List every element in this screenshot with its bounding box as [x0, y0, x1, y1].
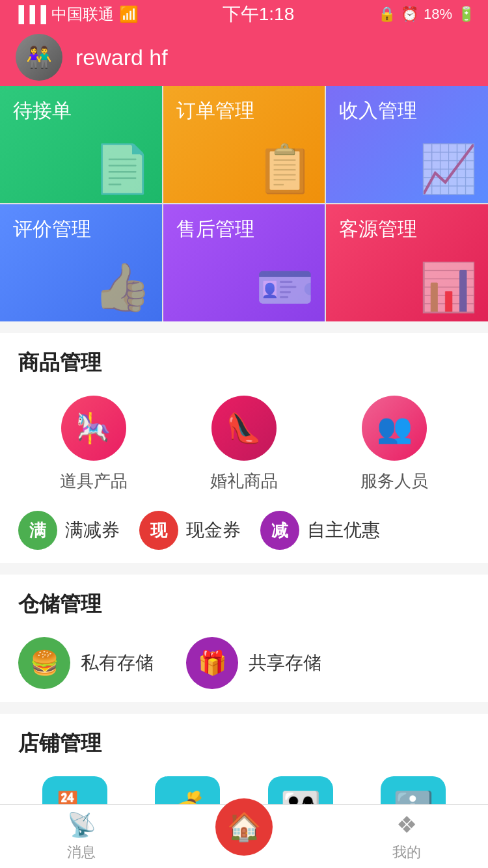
- tile-orders-icon: 📋: [256, 141, 314, 197]
- coupon-discount[interactable]: 满 满减券: [18, 511, 120, 550]
- cash-badge: 现: [139, 511, 178, 550]
- product-item-wedding[interactable]: 👠 婚礼商品: [210, 396, 278, 493]
- message-label: 消息: [67, 843, 96, 862]
- shared-storage[interactable]: 🎁 共享存储: [186, 637, 321, 689]
- status-time: 下午1:18: [223, 2, 295, 27]
- battery-icon: 🔋: [457, 6, 475, 23]
- product-section-title: 商品管理: [18, 349, 470, 377]
- tab-bar: 📡 消息 🏠 ❖ 我的: [0, 804, 488, 868]
- tile-pending[interactable]: 待接单 📄: [0, 86, 162, 203]
- tile-aftersale-icon: 🪪: [256, 260, 314, 315]
- status-carrier: ▐▐▐ 中国联通 📶: [13, 4, 139, 25]
- wedding-icon: 👠: [211, 396, 277, 461]
- message-icon: 📡: [67, 811, 96, 839]
- tile-reviews[interactable]: 评价管理 👍: [0, 204, 162, 321]
- battery-percent: 18%: [424, 6, 452, 23]
- private-storage[interactable]: 🍔 私有存储: [18, 637, 154, 689]
- tile-aftersale[interactable]: 售后管理 🪪: [163, 204, 325, 321]
- avatar-image: 👫: [16, 34, 62, 81]
- coupon-self[interactable]: 减 自主优惠: [260, 511, 380, 550]
- product-items-row: 🎠 道具产品 👠 婚礼商品 👥 服务人员: [18, 396, 470, 493]
- wedding-label: 婚礼商品: [210, 470, 278, 493]
- tile-pending-label: 待接单: [13, 98, 149, 124]
- mine-label: 我的: [392, 843, 421, 862]
- mine-icon: ❖: [396, 811, 417, 839]
- discount-badge: 满: [18, 511, 57, 550]
- tab-message[interactable]: 📡 消息: [0, 811, 163, 862]
- tile-customers-icon: 📊: [419, 260, 478, 315]
- staff-label: 服务人员: [360, 470, 428, 493]
- header: 👫 reward hf: [0, 29, 488, 86]
- shared-storage-label: 共享存储: [249, 651, 321, 675]
- props-label: 道具产品: [60, 470, 128, 493]
- coupon-row: 满 满减券 现 现金券 减 自主优惠: [18, 511, 470, 550]
- tile-aftersale-label: 售后管理: [176, 216, 312, 243]
- private-storage-icon: 🍔: [18, 637, 70, 689]
- tab-mine[interactable]: ❖ 我的: [325, 811, 488, 862]
- coupon-cash[interactable]: 现 现金券: [139, 511, 241, 550]
- self-label: 自主优惠: [307, 518, 380, 543]
- shop-section-title: 店铺管理: [18, 729, 470, 758]
- tile-reviews-icon: 👍: [93, 260, 152, 315]
- discount-label: 满减券: [65, 518, 120, 543]
- tab-home[interactable]: 🏠: [163, 818, 325, 856]
- tile-income-icon: 📈: [419, 141, 478, 197]
- avatar[interactable]: 👫: [16, 34, 62, 81]
- lock-icon: 🔒: [378, 6, 396, 23]
- alarm-icon: ⏰: [401, 6, 418, 23]
- tile-orders-label: 订单管理: [176, 98, 312, 124]
- status-bar: ▐▐▐ 中国联通 📶 下午1:18 🔒 ⏰ 18% 🔋: [0, 0, 488, 29]
- private-storage-label: 私有存储: [81, 651, 154, 675]
- product-section: 商品管理 🎠 道具产品 👠 婚礼商品 👥 服务人员 满 满减券 现 现金券 减 …: [0, 333, 488, 563]
- storage-section: 仓储管理 🍔 私有存储 🎁 共享存储: [0, 575, 488, 702]
- shared-storage-icon: 🎁: [186, 637, 238, 689]
- wifi-icon: 📶: [119, 5, 139, 23]
- tile-customers[interactable]: 客源管理 📊: [326, 204, 488, 321]
- storage-section-title: 仓储管理: [18, 590, 470, 619]
- props-icon: 🎠: [61, 396, 126, 461]
- storage-row: 🍔 私有存储 🎁 共享存储: [18, 637, 470, 689]
- tile-customers-label: 客源管理: [339, 216, 475, 243]
- signal-icon: ▐▐▐: [13, 5, 46, 23]
- tile-reviews-label: 评价管理: [13, 216, 149, 243]
- header-username: reward hf: [75, 45, 168, 70]
- staff-icon: 👥: [362, 396, 427, 461]
- tile-income[interactable]: 收入管理 📈: [326, 86, 488, 203]
- self-badge: 减: [260, 511, 299, 550]
- cash-label: 现金券: [186, 518, 241, 543]
- home-button[interactable]: 🏠: [215, 798, 273, 856]
- tile-pending-icon: 📄: [93, 141, 152, 197]
- product-item-props[interactable]: 🎠 道具产品: [60, 396, 128, 493]
- product-item-staff[interactable]: 👥 服务人员: [360, 396, 428, 493]
- tile-income-label: 收入管理: [339, 98, 475, 124]
- status-right: 🔒 ⏰ 18% 🔋: [378, 6, 475, 23]
- tile-orders[interactable]: 订单管理 📋: [163, 86, 325, 203]
- main-grid: 待接单 📄 订单管理 📋 收入管理 📈 评价管理 👍 售后管理 🪪 客源管理 📊: [0, 86, 488, 321]
